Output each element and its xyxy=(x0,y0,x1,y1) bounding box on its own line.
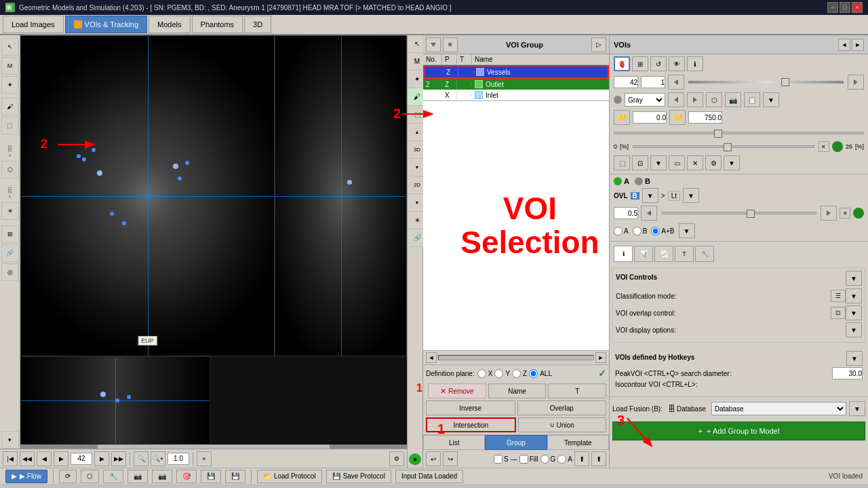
zoom-in-button[interactable]: 🔍+ xyxy=(151,451,165,466)
sync-button[interactable]: ⟳ xyxy=(59,470,77,483)
rp-icon-select[interactable]: ⊡ xyxy=(632,155,648,170)
star-tool[interactable]: ✦ xyxy=(1,76,19,94)
union-button[interactable]: ∪ Union xyxy=(518,417,607,432)
classification-btn[interactable]: ☰ xyxy=(831,290,846,302)
scroll-right[interactable]: ► xyxy=(595,352,606,363)
fill-checkbox[interactable] xyxy=(519,455,528,464)
grid-tool[interactable]: ⊞ xyxy=(1,225,19,243)
3d-tool[interactable]: ⬡ xyxy=(1,161,19,179)
minimize-button[interactable]: − xyxy=(827,2,838,13)
voi-row-vessels[interactable]: Z Vessels xyxy=(423,65,609,79)
rp-icon-eye[interactable]: 👁 xyxy=(669,56,685,71)
remove-button[interactable]: ✕ Remove xyxy=(428,383,486,398)
m-tool[interactable]: M xyxy=(1,57,19,75)
database-select[interactable]: Database xyxy=(711,402,846,415)
voi-sort[interactable]: ≡ xyxy=(443,37,458,52)
scroll-left[interactable]: ◄ xyxy=(426,352,437,363)
bottom-action2[interactable]: ⬆ xyxy=(591,451,606,466)
gray-heart-icon[interactable]: 💛 xyxy=(614,110,630,125)
palette-tool[interactable]: ◎ xyxy=(1,263,19,281)
zoom-out-button[interactable]: 🔍 xyxy=(134,451,149,466)
rp-gray-expand[interactable]: ▼ xyxy=(763,92,779,107)
rp-num-input[interactable] xyxy=(614,76,638,88)
gray-max-input[interactable] xyxy=(688,111,722,124)
ovl-x-btn[interactable]: ✕ xyxy=(840,208,850,219)
tab-3d[interactable]: 3D xyxy=(244,16,271,33)
plane-x-radio[interactable] xyxy=(477,369,486,378)
reset-button[interactable]: × xyxy=(197,451,212,466)
gray-heart2-icon[interactable]: 💛 xyxy=(669,110,686,125)
rp-icon-cube[interactable]: ⬚ xyxy=(614,155,630,170)
ovl-slider[interactable] xyxy=(661,212,816,214)
bottom-action[interactable]: ⬆ xyxy=(574,451,589,466)
tab-models[interactable]: Models xyxy=(149,16,190,33)
flow-button[interactable]: ▶ ▶ Flow xyxy=(5,470,47,483)
gray-slider-thumb[interactable] xyxy=(714,130,722,138)
tab-load-images[interactable]: Load Images xyxy=(3,16,64,33)
rp-icon-expand[interactable]: ▼ xyxy=(650,155,667,170)
close-button[interactable]: × xyxy=(852,2,863,13)
voi-overlap-expand[interactable]: ▼ xyxy=(846,305,862,320)
play-button[interactable]: ▶ xyxy=(54,451,68,466)
tab-vois-tracking[interactable]: VOIs & Tracking xyxy=(65,16,147,33)
voi-add-right[interactable]: ▷ xyxy=(591,37,606,52)
eraser-tool[interactable]: ⬚ xyxy=(1,117,19,134)
undo-button[interactable]: ↩ xyxy=(426,451,441,466)
percent-x-btn[interactable]: ✕ xyxy=(818,141,829,152)
plane-z-radio[interactable] xyxy=(512,369,521,378)
rp-gray-select[interactable]: Gray xyxy=(625,93,665,107)
scroll-down-tool[interactable]: ▾ xyxy=(1,431,19,449)
name-button[interactable]: Name xyxy=(488,383,547,398)
voi-row-outlet[interactable]: 2 Z Outlet xyxy=(423,79,609,90)
voi-row-inlet[interactable]: X Inlet xyxy=(423,90,609,100)
rp-gray-icon2[interactable]: 📷 xyxy=(725,92,741,107)
ovl-value-input[interactable] xyxy=(614,207,638,219)
link-tool[interactable]: 🔗 xyxy=(1,244,19,262)
db-expand[interactable]: ▼ xyxy=(849,401,865,416)
rp-gray-prev[interactable] xyxy=(668,92,684,107)
cursor-tool[interactable]: ↖ xyxy=(1,38,19,56)
overlap-button[interactable]: Overlap xyxy=(517,400,607,415)
plane-all-radio[interactable] xyxy=(529,369,538,378)
plane-y-radio[interactable] xyxy=(494,369,503,378)
target-button[interactable]: 🎯 xyxy=(176,470,197,483)
redo-button[interactable]: ↪ xyxy=(443,451,458,466)
save2-button[interactable]: 💾 xyxy=(225,470,245,483)
rp-icon-info[interactable]: ℹ xyxy=(687,56,703,71)
tools-button[interactable]: 🔧 xyxy=(103,470,123,483)
ctrl-tab-info[interactable]: ℹ xyxy=(614,246,633,262)
photo2-button[interactable]: 📷 xyxy=(152,470,172,483)
voi-arrow-down[interactable] xyxy=(426,37,441,52)
tab-phantoms[interactable]: Phantoms xyxy=(192,16,243,33)
input-data-button[interactable]: Input Data Loaded xyxy=(395,470,463,483)
intersection-button[interactable]: Intersection xyxy=(426,417,516,432)
hex-button[interactable]: ⬡ xyxy=(81,470,99,483)
next-next-button[interactable]: ▶▶ xyxy=(111,451,126,466)
ovl-tri-left[interactable] xyxy=(641,206,657,221)
rp-icon-gear[interactable]: ⚙ xyxy=(705,155,722,170)
rp-tri-right[interactable] xyxy=(848,75,864,90)
t-button[interactable]: T xyxy=(548,383,606,398)
rp-icon-refresh[interactable]: ↺ xyxy=(650,56,667,71)
ovl-expand[interactable]: ▼ xyxy=(642,188,658,203)
percent-thumb[interactable] xyxy=(724,143,732,151)
zoom-input[interactable] xyxy=(167,453,189,465)
gray-slider-track[interactable] xyxy=(614,132,864,134)
rp-icon-vessel[interactable]: 🫀 xyxy=(614,56,630,71)
radio-apb[interactable] xyxy=(651,227,660,236)
gray-min-input[interactable] xyxy=(633,111,667,124)
abopts-expand[interactable]: ▼ xyxy=(679,223,695,238)
rp-icon-expand2[interactable]: ▼ xyxy=(724,155,740,170)
rp-nav-right[interactable]: ► xyxy=(852,39,864,51)
prev-button[interactable]: ◀ xyxy=(37,451,52,466)
ovl-thumb[interactable] xyxy=(747,210,755,218)
rp-gray-next[interactable] xyxy=(687,92,703,107)
prev-prev-button[interactable]: ◀◀ xyxy=(20,451,35,466)
maximize-button[interactable]: □ xyxy=(840,2,850,13)
ovl-tri-right[interactable] xyxy=(821,206,837,221)
rp-gray-icon1[interactable]: ⬡ xyxy=(706,92,722,107)
rp-icon-x[interactable]: ✕ xyxy=(687,155,703,170)
2d-tool[interactable]: ☀ xyxy=(1,202,19,220)
ctrl-tab-t[interactable]: T xyxy=(675,246,694,262)
g-radio[interactable] xyxy=(540,455,549,464)
